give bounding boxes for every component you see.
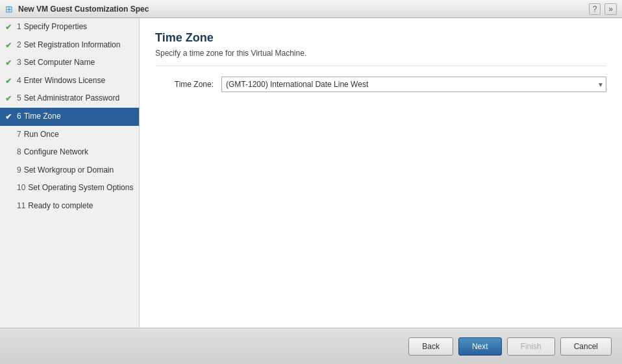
- sidebar: ✔ 1 Specify Properties ✔ 2 Set Registrat…: [0, 18, 140, 328]
- step-label-11: Ready to complete: [28, 201, 93, 212]
- step-label-4: Enter Windows License: [24, 76, 105, 86]
- step-label-9: Set Workgroup or Domain: [24, 165, 114, 176]
- more-button[interactable]: »: [604, 3, 617, 15]
- check-icon-5: ✔: [5, 94, 14, 103]
- next-button[interactable]: Next: [458, 337, 502, 356]
- step-label-7: Run Once: [24, 130, 59, 140]
- finish-button[interactable]: Finish: [507, 337, 555, 356]
- title-bar: ⊞ New VM Guest Customization Spec ? »: [0, 0, 622, 18]
- sidebar-item-7[interactable]: 7 Run Once: [0, 126, 139, 144]
- window-title: New VM Guest Customization Spec: [18, 5, 584, 14]
- step-num-9: 9: [17, 165, 21, 175]
- back-button[interactable]: Back: [408, 337, 453, 356]
- check-icon-7: [5, 130, 14, 140]
- step-num-11: 11: [17, 201, 25, 210]
- step-label-3: Set Computer Name: [24, 58, 95, 68]
- help-button[interactable]: ?: [589, 3, 601, 15]
- step-num-3: 3: [17, 58, 21, 67]
- step-num-10: 10: [17, 183, 25, 192]
- check-icon-4: ✔: [5, 77, 14, 86]
- check-icon-3: ✔: [5, 58, 14, 67]
- step-label-2: Set Registration Information: [24, 40, 121, 51]
- step-label-8: Configure Network: [24, 147, 88, 158]
- sidebar-item-10[interactable]: 10 Set Operating System Options: [0, 179, 139, 197]
- check-icon-6: ✔: [5, 112, 14, 121]
- sidebar-item-3[interactable]: ✔ 3 Set Computer Name: [0, 54, 139, 72]
- step-num-7: 7: [17, 130, 21, 139]
- window-icon: ⊞: [5, 4, 13, 14]
- check-icon-9: [5, 166, 14, 175]
- main-container: ✔ 1 Specify Properties ✔ 2 Set Registrat…: [0, 18, 622, 328]
- step-num-2: 2: [17, 40, 21, 49]
- sidebar-item-4[interactable]: ✔ 4 Enter Windows License: [0, 72, 139, 90]
- page-title: Time Zone: [155, 31, 606, 45]
- bottom-bar: Back Next Finish Cancel: [0, 328, 622, 364]
- timezone-label: Time Zone:: [155, 80, 214, 89]
- check-icon-10: [5, 184, 14, 193]
- sidebar-item-6[interactable]: ✔ 6 Time Zone: [0, 108, 139, 126]
- page-subtitle: Specify a time zone for this Virtual Mac…: [155, 49, 606, 66]
- timezone-select[interactable]: (GMT-1200) International Date Line West(…: [221, 77, 606, 92]
- check-icon-8: [5, 148, 14, 157]
- check-icon-2: ✔: [5, 41, 14, 50]
- step-label-1: Specify Properties: [24, 22, 87, 32]
- sidebar-item-8[interactable]: 8 Configure Network: [0, 143, 139, 162]
- sidebar-item-11[interactable]: 11 Ready to complete: [0, 197, 139, 215]
- sidebar-item-5[interactable]: ✔ 5 Set Administrator Password: [0, 90, 139, 108]
- step-num-6: 6: [17, 112, 21, 121]
- step-num-5: 5: [17, 93, 21, 103]
- step-num-1: 1: [17, 22, 21, 31]
- step-label-10: Set Operating System Options: [28, 183, 133, 193]
- cancel-button[interactable]: Cancel: [560, 337, 612, 356]
- timezone-row: Time Zone: (GMT-1200) International Date…: [155, 77, 606, 92]
- step-num-8: 8: [17, 147, 21, 156]
- content-area: Time Zone Specify a time zone for this V…: [140, 18, 622, 328]
- sidebar-item-1[interactable]: ✔ 1 Specify Properties: [0, 18, 139, 36]
- title-bar-controls: ? »: [589, 3, 617, 15]
- check-icon-1: ✔: [5, 23, 14, 32]
- sidebar-item-2[interactable]: ✔ 2 Set Registration Information: [0, 36, 139, 55]
- sidebar-item-9[interactable]: 9 Set Workgroup or Domain: [0, 162, 139, 180]
- step-label-6: Time Zone: [24, 112, 61, 122]
- timezone-select-wrapper: (GMT-1200) International Date Line West(…: [221, 77, 606, 92]
- check-icon-11: [5, 202, 14, 211]
- step-num-4: 4: [17, 76, 21, 85]
- step-label-5: Set Administrator Password: [24, 93, 119, 104]
